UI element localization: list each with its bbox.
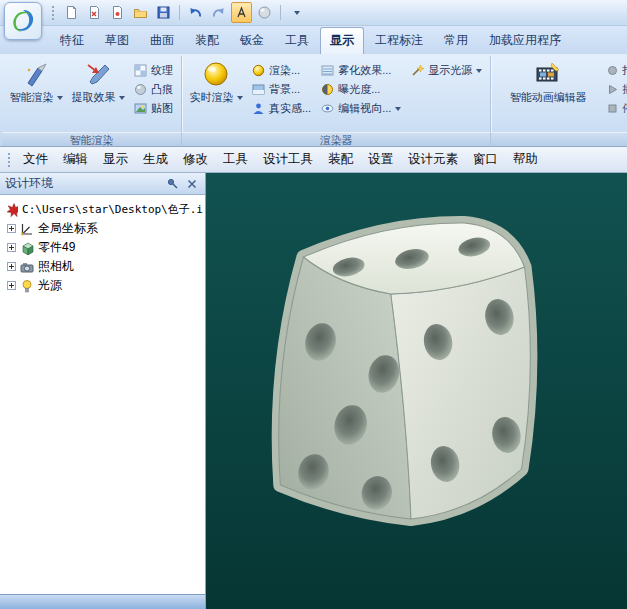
menu-generate[interactable]: 生成 [136,147,175,172]
open-folder-icon [133,5,148,20]
menu-window[interactable]: 窗口 [466,147,505,172]
fog-effect-button[interactable]: 雾化效果... [318,62,404,79]
tree-item-light-source[interactable]: 光源 [2,276,203,295]
dropdown-caret-icon [476,69,482,73]
bump-icon [134,83,147,96]
texture-label: 纹理 [151,63,173,78]
toolbar-grip[interactable] [51,5,56,20]
tree-item-label: C:\Users\star\Desktop\色子.i [22,202,203,217]
ribbon-tab-bar: 特征 草图 曲面 装配 钣金 工具 显示 工程标注 常用 加载应用程序 [0,26,627,54]
viewport-3d[interactable] [206,173,627,609]
anim-stop-label: 停止 [622,101,627,116]
new-document-button[interactable] [61,2,82,23]
close-panel-button[interactable] [184,176,200,192]
panel-footer-bar [0,594,205,609]
realistic-label: 真实感... [269,101,311,116]
menu-tools[interactable]: 工具 [216,147,255,172]
menu-edit[interactable]: 编辑 [56,147,95,172]
menu-settings[interactable]: 设置 [361,147,400,172]
panel-title: 设计环境 [5,175,53,192]
menu-bar-grip[interactable] [7,152,12,167]
texture-button[interactable]: 纹理 [131,62,176,79]
tab-engineering-annotation[interactable]: 工程标注 [365,27,433,54]
toolbar-options-button[interactable] [286,2,307,23]
tree-item-project-root[interactable]: C:\Users\star\Desktop\色子.i [2,200,203,219]
new-document-icon [64,5,79,20]
tab-tools[interactable]: 工具 [275,27,319,54]
redo-button[interactable] [208,2,229,23]
tab-features[interactable]: 特征 [50,27,94,54]
menu-help[interactable]: 帮助 [506,147,545,172]
menu-assembly[interactable]: 装配 [321,147,360,172]
anim-play-button[interactable]: 播放 [604,81,627,98]
quick-access-toolbar [0,0,627,26]
anim-open-button[interactable]: 打开 [604,62,627,79]
design-tree: C:\Users\star\Desktop\色子.i 全局坐标系 零件49 照相… [0,195,205,594]
bump-label: 凸痕 [151,82,173,97]
sphere-icon [257,5,272,20]
show-lights-button[interactable]: 显示光源 [408,62,485,79]
animation-editor-label: 智能动画编辑器 [510,90,587,105]
realistic-button[interactable]: 真实感... [249,100,314,117]
show-lights-label: 显示光源 [428,63,472,78]
menu-design-tools[interactable]: 设计工具 [256,147,320,172]
smart-render-button[interactable]: 智能渲染 [7,58,65,108]
annotation-a-icon [234,5,249,20]
viewport-canvas[interactable] [206,173,627,609]
menu-modify[interactable]: 修改 [176,147,215,172]
exposure-icon [321,83,334,96]
tree-item-global-coordinates[interactable]: 全局坐标系 [2,219,203,238]
project-root-icon [7,203,18,217]
expand-plus-icon[interactable] [7,281,16,290]
tree-item-part49[interactable]: 零件49 [2,238,203,257]
animation-editor-button[interactable]: 智能动画编辑器 [496,58,600,108]
sphere-view-button[interactable] [254,2,275,23]
save-button[interactable] [153,2,174,23]
decal-button[interactable]: 贴图 [131,100,176,117]
import-document-button[interactable] [107,2,128,23]
exposure-button[interactable]: 曝光度... [318,81,404,98]
tab-load-addins[interactable]: 加载应用程序 [479,27,571,54]
camera-icon [20,260,34,274]
open-file-button[interactable] [130,2,151,23]
expand-plus-icon[interactable] [7,224,16,233]
tab-common[interactable]: 常用 [434,27,478,54]
tab-sketch[interactable]: 草图 [95,27,139,54]
anim-stop-button[interactable]: 停止 [604,100,627,117]
decal-label: 贴图 [151,101,173,116]
axes-icon [20,222,34,236]
app-logo-button[interactable] [4,2,42,40]
tree-item-camera[interactable]: 照相机 [2,257,203,276]
render-button[interactable]: 渲染... [249,62,314,79]
menu-bar: 文件 编辑 显示 生成 修改 工具 设计工具 装配 设置 设计元素 窗口 帮助 [0,147,627,173]
tab-sheet-metal[interactable]: 钣金 [230,27,274,54]
expand-plus-icon[interactable] [7,243,16,252]
light-icon [20,279,34,293]
menu-display[interactable]: 显示 [96,147,135,172]
tab-surface[interactable]: 曲面 [140,27,184,54]
close-icon [187,179,197,189]
group-label-animation [491,132,627,146]
close-document-button[interactable] [84,2,105,23]
pin-panel-button[interactable] [164,176,180,192]
menu-file[interactable]: 文件 [16,147,55,172]
magic-wand-icon [411,64,424,77]
render-annotation-button[interactable] [231,2,252,23]
tab-assembly[interactable]: 装配 [185,27,229,54]
undo-button[interactable] [185,2,206,23]
expand-plus-icon[interactable] [7,262,16,271]
tab-display[interactable]: 显示 [320,27,364,54]
background-icon [252,83,265,96]
edit-view-button[interactable]: 编辑视向... [318,100,404,117]
menu-design-elements[interactable]: 设计元素 [401,147,465,172]
stop-icon [607,103,618,114]
realtime-render-button[interactable]: 实时渲染 [187,58,245,108]
extract-effects-button[interactable]: 提取效果 [69,58,127,108]
ribbon-group-smart-render: 智能渲染 提取效果 纹理 凸痕 贴图 智能渲染 [2,56,182,146]
tree-item-label: 零件49 [38,239,75,256]
anim-open-label: 打开 [622,63,627,78]
background-button[interactable]: 背景... [249,81,314,98]
bump-button[interactable]: 凸痕 [131,81,176,98]
save-icon [156,5,171,20]
group-label-smart-render: 智能渲染 [2,132,181,146]
